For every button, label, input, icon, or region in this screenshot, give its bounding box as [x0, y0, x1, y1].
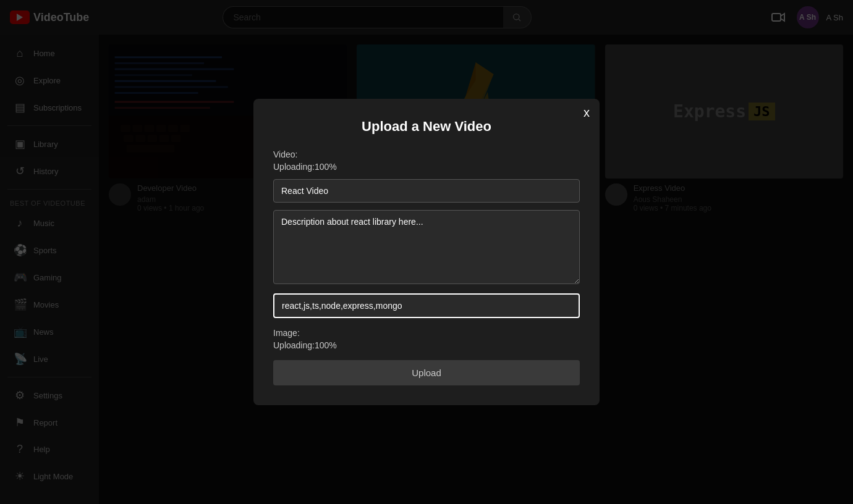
image-upload-section: Image:	[273, 328, 580, 338]
modal-overlay[interactable]: x Upload a New Video Video: Uploading:10…	[0, 0, 853, 504]
video-upload-section: Video: Uploading:100%	[273, 149, 580, 172]
modal-close-button[interactable]: x	[584, 106, 590, 119]
modal-title: Upload a New Video	[273, 119, 580, 135]
title-input[interactable]	[273, 179, 580, 203]
upload-submit-button[interactable]: Upload	[273, 360, 580, 385]
tags-input[interactable]	[273, 293, 580, 318]
video-label: Video:	[273, 149, 580, 159]
image-label: Image:	[273, 328, 580, 338]
video-upload-status: Uploading:100%	[273, 162, 580, 172]
description-textarea[interactable]: Description about react library here...	[273, 210, 580, 284]
image-upload-status: Uploading:100%	[273, 340, 580, 350]
upload-modal: x Upload a New Video Video: Uploading:10…	[253, 99, 600, 405]
